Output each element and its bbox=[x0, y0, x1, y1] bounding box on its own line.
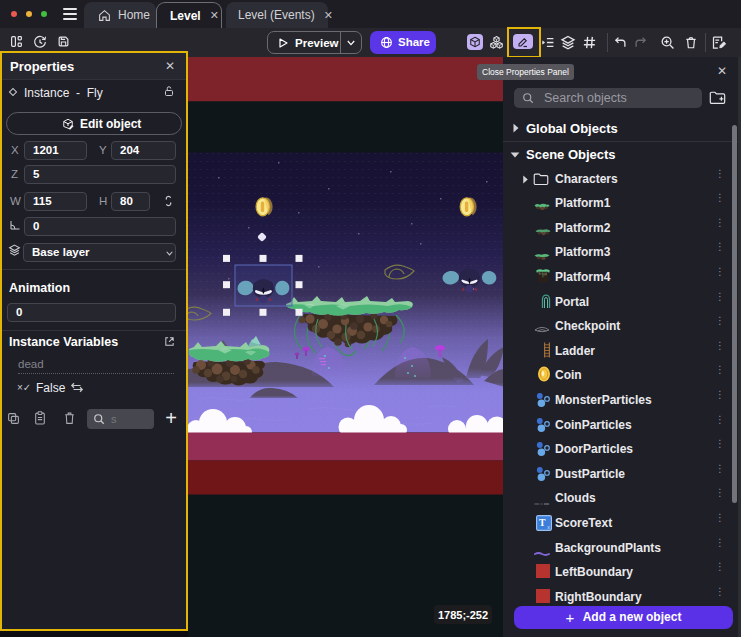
svg-text:x: x bbox=[547, 524, 550, 530]
svg-text:T: T bbox=[539, 517, 546, 528]
svg-text:1785;-252: 1785;-252 bbox=[438, 609, 488, 621]
